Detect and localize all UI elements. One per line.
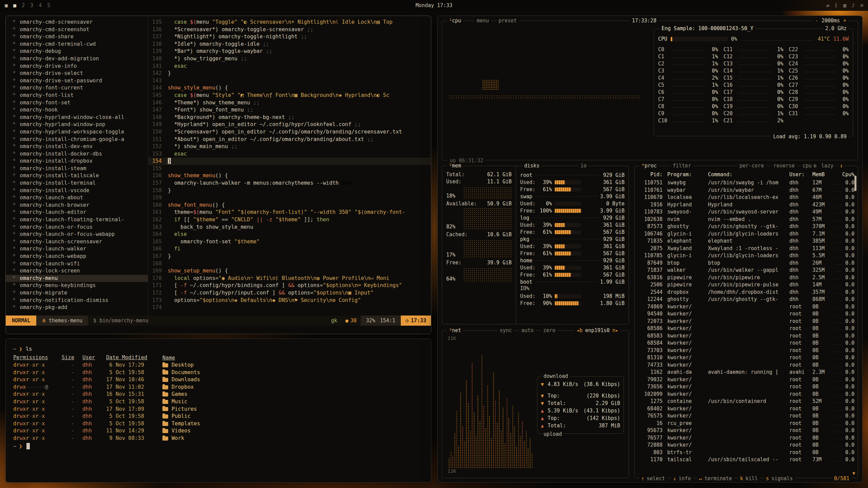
process-row[interactable]: 87649btopbtopdhh26M0.0 bbox=[639, 260, 854, 267]
proc-option-per-core[interactable]: per-core bbox=[737, 163, 766, 169]
code-line[interactable]: 138 *Idle*) omarchy-toggle-idle ;; bbox=[148, 41, 431, 48]
code-line[interactable]: 161 theme=$(menu "Font" "$(omarchy-font-… bbox=[148, 209, 431, 216]
process-row[interactable]: 68584kworker/root0B0.0 bbox=[639, 340, 854, 347]
net-interface-switcher[interactable]: ◂b enp191s0 n▸ bbox=[574, 327, 620, 333]
proc-footer-key[interactable]: ssignals bbox=[764, 475, 794, 482]
cpu-preset-button[interactable]: preset bbox=[496, 18, 519, 24]
process-row[interactable]: 68402kworker/root0B0.0 bbox=[639, 405, 854, 413]
cpu-menu-button[interactable]: menu bbox=[475, 18, 491, 24]
code-line[interactable]: 157 omarchy-launch-walker -m menus:omarc… bbox=[148, 180, 431, 187]
process-row[interactable]: 76575kworker/root0B0.0 bbox=[639, 412, 854, 420]
file-list-item[interactable]: *omarchy-launch-webapp bbox=[6, 253, 148, 260]
code-line[interactable]: 136 *Screensaver*) omarchy-toggle-screen… bbox=[148, 26, 431, 34]
code-line[interactable]: 135 case $(menu "Toggle" "◐ Screensaver\… bbox=[148, 19, 431, 26]
file-list-item[interactable]: *omarchy-install-vscode bbox=[6, 187, 148, 195]
file-list-item[interactable]: *omarchy-cmd-screenshot bbox=[6, 26, 148, 34]
file-list-item[interactable]: *omarchy-notification-dismiss bbox=[6, 297, 148, 304]
code-line[interactable]: 141 esac bbox=[148, 63, 431, 70]
file-list-item[interactable]: *omarchy-hyprland-workspace-toggle bbox=[6, 128, 148, 136]
file-list-item[interactable]: *omarchy-cmd-terminal-cwd bbox=[6, 41, 148, 48]
proc-header-5[interactable]: Cpu% bbox=[833, 171, 854, 179]
code-line[interactable]: 164 else bbox=[148, 231, 431, 238]
file-list-item[interactable]: *omarchy-launch-about bbox=[6, 194, 148, 202]
file-list-item[interactable]: *omarchy-font-set bbox=[6, 99, 148, 107]
code-line[interactable]: 143 bbox=[148, 77, 431, 85]
code-line[interactable]: 149 *Hyprland*) open_in_editor ~/.config… bbox=[148, 121, 431, 128]
file-list-item[interactable]: *omarchy-install-docker-dbs bbox=[6, 150, 148, 158]
code-line[interactable]: 158} bbox=[148, 187, 431, 195]
code-line[interactable]: 146 *Theme*) show_theme_menu ;; bbox=[148, 99, 431, 107]
code-line[interactable]: 169show_setup_menu() { bbox=[148, 267, 431, 275]
file-list-item[interactable]: *omarchy-launch-floating-terminal- bbox=[6, 216, 148, 224]
net-option-sync[interactable]: sync bbox=[498, 327, 514, 333]
code-line[interactable]: 173 options="$options\n◈ Defaults\n◆ DNS… bbox=[148, 297, 431, 304]
file-list-item[interactable]: *omarchy-launch-wifi bbox=[6, 260, 148, 268]
code-line[interactable]: 150 *Screensaver*) open_in_editor ~/.con… bbox=[148, 128, 431, 136]
proc-footer-key[interactable]: ↓info bbox=[671, 475, 692, 482]
workspace-1[interactable]: ■ bbox=[13, 2, 16, 8]
process-row[interactable]: 87573ghostty/usr/bin/ghostty --gtk-dhh37… bbox=[639, 223, 854, 230]
scroll-down-icon[interactable]: ▼ bbox=[852, 471, 855, 476]
file-list-item[interactable]: *omarchy-cmd-share bbox=[6, 33, 148, 41]
proc-footer-key[interactable]: ↵terminate bbox=[697, 475, 733, 482]
code-line[interactable]: 170 local options="◉ Audio\n◠ Wifi\nᛒ Bl… bbox=[148, 275, 431, 282]
process-row[interactable]: 95673kworker/root0B0.0 bbox=[639, 427, 854, 434]
proc-header-4[interactable]: MemB bbox=[812, 171, 833, 179]
code-line[interactable]: 154} bbox=[148, 158, 431, 165]
code-line[interactable]: 144show_style_menu() { bbox=[148, 84, 431, 92]
workspace-5[interactable]: 5 bbox=[47, 2, 50, 8]
code-line[interactable]: 168 bbox=[148, 260, 431, 268]
process-row[interactable]: 1170tailscal/usr/sbin/tailscaled --root7… bbox=[639, 456, 854, 464]
file-list-item[interactable]: *omarchy-pkg-add bbox=[6, 304, 148, 311]
terminal-window[interactable]: ~ ❯ ls Permissions Size User Date Modifi… bbox=[5, 339, 431, 483]
process-row[interactable]: 110785glycin-i/usr/lib/glycin-loadersdhh… bbox=[639, 252, 854, 260]
file-list-item[interactable]: *omarchy-drive-select bbox=[6, 70, 148, 77]
process-row[interactable]: 72088kworker/root0B0.0 bbox=[639, 442, 854, 449]
power-icon[interactable]: ⊙ bbox=[860, 2, 863, 8]
proc-header-1[interactable]: Program: bbox=[667, 171, 708, 179]
io-mode-button[interactable]: io bbox=[578, 163, 589, 169]
file-list-item[interactable]: *omarchy-menu-keybindings bbox=[6, 282, 148, 289]
file-list-item[interactable]: *omarchy-install-terminal bbox=[6, 180, 148, 187]
proc-header-2[interactable]: Command: bbox=[708, 171, 789, 179]
process-row[interactable]: 1916HyprlandHyprlanddhh423M0.0 bbox=[639, 201, 854, 209]
code-line[interactable]: 155 bbox=[148, 165, 431, 172]
proc-option-reverse[interactable]: reverse bbox=[771, 163, 797, 169]
process-row[interactable]: 1162avahi-daavahi-daemon: running [avahi… bbox=[639, 369, 854, 376]
process-row[interactable]: 73703kworker/root0B0.0 bbox=[639, 347, 854, 354]
code-line[interactable]: 147 *Font*) show_font_menu ;; bbox=[148, 106, 431, 114]
file-list-item[interactable]: *omarchy-drive-set-password bbox=[6, 77, 148, 85]
process-row[interactable]: 2075XwaylandXwayland :1 -rootless -dhh11… bbox=[639, 245, 854, 252]
prompt-line[interactable]: ~ ❯ bbox=[13, 442, 423, 450]
file-list-item[interactable]: *omarchy-drive-info bbox=[6, 63, 148, 70]
file-list-item[interactable]: *omarchy-install-steam bbox=[6, 165, 148, 172]
screencast-icon[interactable]: ⇄ bbox=[826, 2, 829, 8]
code-line[interactable]: 139 *Bar*) omarchy-toggle-waybar ;; bbox=[148, 48, 431, 55]
file-list-item[interactable]: *omarchy-hyprland-window-close-all bbox=[6, 114, 148, 121]
interval-increase-button[interactable]: + bbox=[843, 18, 846, 24]
code-line[interactable]: 148 *Background*) omarchy-theme-bg-next … bbox=[148, 114, 431, 121]
process-row[interactable]: 110751swaybg/usr/bin/swaybg -i /homdhh12… bbox=[639, 179, 854, 187]
process-row[interactable]: 79032kworker/root0B0.0 bbox=[639, 376, 854, 384]
file-list-item[interactable]: *omarchy-cmd-screensaver bbox=[6, 19, 148, 26]
proc-sort-cpu[interactable]: cpu bbox=[801, 163, 814, 169]
code-line[interactable]: 145 case $(menu "Style" "◩ Theme\nƒ Font… bbox=[148, 92, 431, 99]
next-interface-button[interactable]: n▸ bbox=[612, 327, 618, 333]
clock[interactable]: Monday 17:33 bbox=[416, 2, 452, 8]
file-list-item[interactable]: *omarchy-launch-screensaver bbox=[6, 238, 148, 246]
bluetooth-icon[interactable]: ᛒ bbox=[835, 2, 838, 8]
disks-title[interactable]: disks bbox=[522, 163, 541, 169]
code-line[interactable]: 162 if [[ "$theme" == "CNCLD" || -z "$th… bbox=[148, 216, 431, 224]
code-line[interactable]: 160show_font_menu() { bbox=[148, 202, 431, 209]
process-row[interactable]: 68586kworker/root0B0.0 bbox=[639, 325, 854, 332]
workspace-3[interactable]: 3 bbox=[30, 2, 33, 8]
file-list-item[interactable]: *omarchy-migrate bbox=[6, 289, 148, 297]
process-row[interactable]: 94540kworker/root0B0.0 bbox=[639, 310, 854, 318]
process-row[interactable]: 110670localsea/usr/lib/localsearch-exdhh… bbox=[639, 194, 854, 201]
proc-footer-key[interactable]: kkill bbox=[738, 475, 760, 482]
prev-interface-button[interactable]: ◂b bbox=[576, 327, 583, 333]
code-line[interactable]: 174 bbox=[148, 304, 431, 311]
net-option-zero[interactable]: zero bbox=[541, 327, 557, 333]
process-row[interactable]: 16rcu_preeroot0B0.0 bbox=[639, 420, 854, 427]
proc-header-0[interactable]: Pid: bbox=[639, 171, 667, 179]
